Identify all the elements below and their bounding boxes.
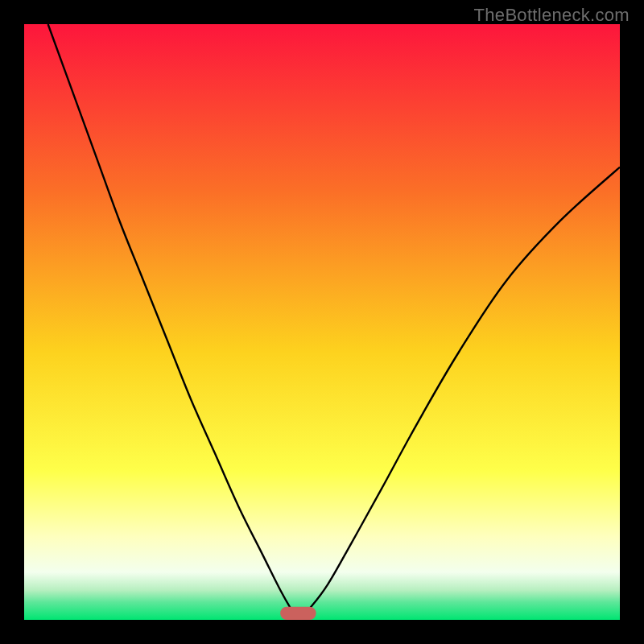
plot-background [24,24,620,620]
optimal-marker [280,607,316,620]
chart-frame: TheBottleneck.com [0,0,644,644]
bottleneck-chart [0,0,644,644]
watermark-text: TheBottleneck.com [474,5,630,26]
